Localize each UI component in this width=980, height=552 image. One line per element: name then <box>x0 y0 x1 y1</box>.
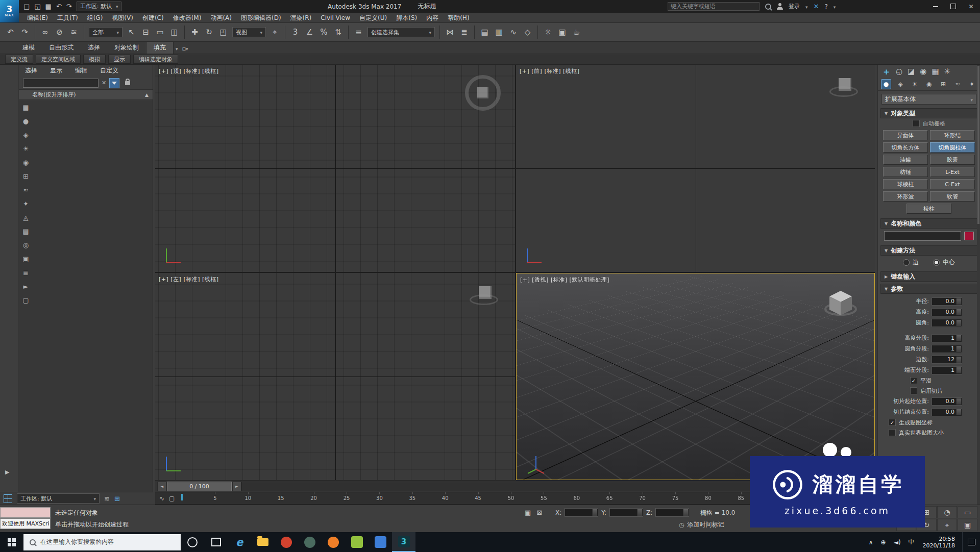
close-button[interactable]: ✕ <box>962 0 980 13</box>
ref-coord-dropdown[interactable]: 视图 <box>232 27 266 37</box>
hidden-filter-icon[interactable]: ▢ <box>22 297 29 304</box>
menu-item-1[interactable]: 编辑(E) <box>22 13 53 23</box>
creation-method-option[interactable]: 中心 <box>933 258 955 267</box>
scene-explorer-list[interactable]: ▦●◈☀◉⊞≈✦◬▤◎▣≣►▢ <box>19 100 153 492</box>
chevron-down-icon[interactable] <box>834 3 836 10</box>
parameter-spinner[interactable]: 0.0 <box>932 319 962 327</box>
cat-systems[interactable]: ✦ <box>967 79 977 89</box>
creation-method-option[interactable]: 边 <box>903 258 919 267</box>
cat-shapes[interactable]: ◈ <box>895 79 905 89</box>
ribbon-panel-button-2[interactable]: 定义空间区域 <box>36 55 81 64</box>
render-production-icon[interactable]: ☕ <box>571 26 582 38</box>
use-pivot-icon[interactable]: ⌖ <box>270 26 280 38</box>
menu-item-7[interactable]: 动画(A) <box>206 13 236 23</box>
rollout-header[interactable]: ▼ 名称和颜色 <box>880 218 977 229</box>
viewport-label[interactable]: [+] [透视] [标准] [默认明暗处理] <box>520 276 609 284</box>
rollout-header[interactable]: ▼ 对象类型 <box>880 108 977 118</box>
parameter-checkbox-row[interactable]: 启用切片 <box>880 386 977 396</box>
particles-filter-icon[interactable]: ✦ <box>23 200 29 208</box>
layers-mini-icon[interactable]: ≋ <box>104 495 110 503</box>
volume-icon[interactable]: ◄) <box>894 539 901 546</box>
file-explorer-icon[interactable] <box>251 532 275 552</box>
app-green-icon[interactable] <box>345 532 369 552</box>
menu-item-3[interactable]: 组(G) <box>83 13 108 23</box>
autodesk-app-icon[interactable]: ✕ <box>814 3 819 10</box>
groups-filter-icon[interactable]: ◎ <box>23 242 29 249</box>
tab-create[interactable]: ＋ <box>882 66 891 78</box>
window-crossing-icon[interactable]: ◫ <box>169 26 180 38</box>
parameter-spinner[interactable]: 0.0 <box>932 408 962 416</box>
autogrid-row[interactable]: 自动栅格 <box>880 118 977 129</box>
maximize-button[interactable] <box>944 0 962 13</box>
maxscript-mini-listener[interactable]: 欢迎使用 MAXScri <box>0 518 51 529</box>
ribbon-panel-button-4[interactable]: 显示 <box>108 55 131 64</box>
select-link-icon[interactable]: ∞ <box>40 26 51 38</box>
app-red-icon[interactable] <box>275 532 298 552</box>
viewport-label[interactable]: [+] [前] [标准] [线框] <box>520 67 580 75</box>
object-type-button[interactable]: L-Ext <box>930 167 975 177</box>
network-icon[interactable]: ⊕ <box>881 539 886 546</box>
selection-set-dropdown[interactable]: 创建选择集 <box>368 27 435 37</box>
display-all-icon[interactable]: ▦ <box>22 104 29 111</box>
menu-item-12[interactable]: 脚本(S) <box>391 13 422 23</box>
app-blue-icon[interactable] <box>369 532 392 552</box>
rect-region-icon[interactable]: ▭ <box>155 26 165 38</box>
viewport-label[interactable]: [+] [左] [标准] [线框] <box>159 275 219 283</box>
parameter-spinner[interactable]: 0.0 <box>932 297 962 306</box>
tab-hierarchy[interactable]: ◪ <box>908 67 915 76</box>
rotate-icon[interactable]: ↻ <box>204 26 214 38</box>
viewport-label[interactable]: [+] [顶] [标准] [线框] <box>159 67 219 75</box>
ribbon-tab-4[interactable]: 对象绘制 <box>107 42 146 54</box>
viewcube[interactable] <box>822 287 863 319</box>
start-button[interactable] <box>0 532 23 552</box>
parameter-spinner[interactable]: 0.0 <box>932 397 962 406</box>
action-center-button[interactable] <box>962 532 980 552</box>
tab-motion[interactable]: ◉ <box>920 67 926 76</box>
geometry-filter-icon[interactable]: ● <box>23 118 29 125</box>
mirror-icon[interactable]: ⋈ <box>445 26 455 38</box>
isolate-selection-icon[interactable]: ▣ <box>525 509 531 516</box>
align-icon[interactable]: ≣ <box>459 26 470 38</box>
open-file-icon[interactable]: ◱ <box>34 0 40 13</box>
ribbon-toggle-icon[interactable]: ▥ <box>494 26 504 38</box>
helpers-filter-icon[interactable]: ⊞ <box>23 173 29 180</box>
expand-panel-icon[interactable]: ▶ <box>5 469 9 475</box>
menu-item-6[interactable]: 修改器(M) <box>168 13 206 23</box>
scale-icon[interactable]: ◰ <box>218 26 229 38</box>
parameter-spinner[interactable]: 1 <box>932 334 962 342</box>
color-swatch[interactable] <box>964 232 974 240</box>
maximize-viewport-icon[interactable]: ▣ <box>958 519 977 531</box>
command-panel-scrollbar[interactable] <box>977 65 980 505</box>
menu-item-8[interactable]: 图形编辑器(D) <box>236 13 286 23</box>
object-category-dropdown[interactable]: 扩展基本体 <box>881 94 976 105</box>
rollout-header[interactable]: ▶ 键盘输入 <box>880 271 977 282</box>
fov-icon[interactable]: ⌖ <box>937 519 957 531</box>
help-icon[interactable]: ? <box>824 3 827 10</box>
select-object-icon[interactable]: ↖ <box>126 26 137 38</box>
tab-display[interactable]: ▦ <box>932 67 939 76</box>
rendered-frame-icon[interactable]: ▣ <box>557 26 568 38</box>
tab-utilities[interactable]: ✳ <box>944 67 951 76</box>
parameter-spinner[interactable]: 0.0 <box>932 308 962 316</box>
menu-item-2[interactable]: 工具(T) <box>53 13 83 23</box>
menu-item-10[interactable]: Civil View <box>316 13 355 23</box>
time-tag[interactable]: ◷ 添加时间标记 <box>679 520 724 529</box>
filter-button[interactable] <box>109 78 119 88</box>
viewcube[interactable] <box>465 75 501 111</box>
clear-search-icon[interactable]: ✕ <box>102 80 106 86</box>
explorer-menu-2[interactable]: 显示 <box>50 66 62 75</box>
selection-filter-dropdown[interactable]: 全部 <box>89 27 122 37</box>
bones-filter-icon[interactable]: ◬ <box>23 214 29 221</box>
parameter-spinner[interactable]: 12 <box>932 356 962 364</box>
taskbar-search[interactable]: 在这里输入你要搜索的内容 <box>23 534 181 550</box>
rollout-header[interactable]: ▼ 参数 <box>880 284 977 294</box>
object-type-button[interactable]: 切角圆柱体 <box>930 142 975 153</box>
snap-toggle-icon[interactable]: 3 <box>290 26 301 38</box>
parameter-checkbox-row[interactable]: 真实世界贴图大小 <box>880 428 977 438</box>
z-coordinate-field[interactable] <box>655 508 689 517</box>
lock-icon[interactable] <box>125 81 130 85</box>
containers-filter-icon[interactable]: ▤ <box>22 228 29 235</box>
named-sets-icon[interactable]: ≡ <box>353 26 364 38</box>
ribbon-tab-5[interactable]: 填充 <box>146 41 174 54</box>
ime-icon[interactable]: 中 <box>909 538 915 546</box>
